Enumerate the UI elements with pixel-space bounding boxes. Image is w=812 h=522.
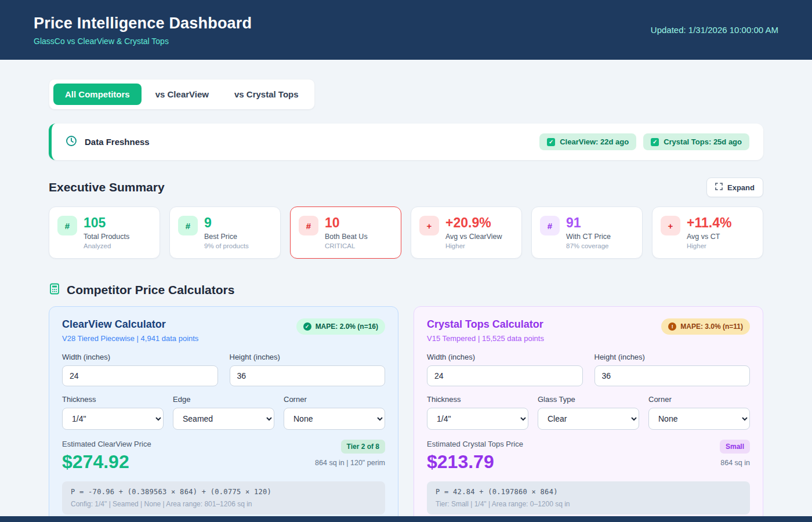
- stat-value: 91: [566, 216, 611, 230]
- hash-icon: #: [178, 216, 198, 235]
- clearview-height-input[interactable]: [230, 365, 386, 386]
- crystal-tops-calculator-card: Crystal Tops Calculator V15 Tempered | 1…: [414, 306, 763, 522]
- next-section-edge: [0, 516, 812, 522]
- clearview-price-value: $274.92: [62, 451, 151, 473]
- data-freshness-card: Data Freshness ✓ ClearView: 22d ago ✓ Cr…: [49, 124, 763, 160]
- tab-vs-crystal-tops[interactable]: vs Crystal Tops: [223, 84, 310, 105]
- crystal-tops-thickness-select[interactable]: 1/4": [427, 408, 528, 430]
- page-subtitle: GlassCo vs ClearView & Crystal Tops: [34, 37, 252, 46]
- hash-icon: #: [299, 216, 318, 235]
- stat-label: Avg vs ClearView: [445, 233, 502, 241]
- crystal-tops-price-label: Estimated Crystal Tops Price: [427, 440, 523, 448]
- clearview-edge-select[interactable]: Seamed: [173, 408, 274, 430]
- freshness-title: Data Freshness: [85, 137, 150, 147]
- plus-icon: +: [661, 216, 680, 235]
- clock-icon: [66, 135, 77, 149]
- stat-sublabel: 9% of products: [204, 242, 249, 249]
- stat-best-price: # 9 Best Price 9% of products: [169, 206, 281, 259]
- crystal-tops-width-input[interactable]: [427, 365, 583, 386]
- corner-label: Corner: [648, 395, 750, 404]
- stat-card-row: # 105 Total Products Analyzed # 9 Best P…: [49, 206, 763, 259]
- stat-value: 10: [325, 216, 368, 230]
- height-label: Height (inches): [230, 353, 386, 361]
- thickness-label: Thickness: [62, 395, 164, 404]
- freshness-badge-clearview-label: ClearView: 22d ago: [560, 137, 629, 146]
- stat-label: Best Price: [204, 233, 249, 241]
- clearview-model-subtitle: V28 Tiered Piecewise | 4,941 data points: [62, 334, 198, 343]
- edge-label: Edge: [173, 395, 274, 404]
- stat-value: +11.4%: [687, 216, 731, 230]
- clearview-config-text: Config: 1/4" | Seamed | None | Area rang…: [71, 500, 376, 508]
- clearview-mape-label: MAPE: 2.0% (n=16): [316, 322, 378, 331]
- corner-label: Corner: [284, 395, 385, 404]
- crystal-tops-formula-box: P = 42.84 + (0.197860 × 864) Tier: Small…: [427, 481, 750, 514]
- crystal-tops-height-input[interactable]: [594, 365, 751, 386]
- width-label: Width (inches): [427, 353, 583, 361]
- page-title: Price Intelligence Dashboard: [34, 14, 252, 32]
- calculator-icon: [49, 283, 60, 297]
- tab-all-competitors[interactable]: All Competitors: [53, 84, 142, 105]
- stat-both-beat-us: # 10 Both Beat Us CRITICAL: [290, 206, 401, 259]
- crystal-tops-glass-type-select[interactable]: Clear: [538, 408, 639, 430]
- warning-circle-icon: !: [668, 322, 676, 331]
- crystal-tops-size-badge: Small: [720, 440, 750, 454]
- competitor-tabs: All Competitors vs ClearView vs Crystal …: [49, 79, 315, 110]
- glass-type-label: Glass Type: [538, 395, 639, 404]
- crystal-tops-corner-select[interactable]: None: [648, 408, 750, 430]
- width-label: Width (inches): [62, 353, 218, 361]
- header-left: Price Intelligence Dashboard GlassCo vs …: [34, 14, 252, 46]
- check-circle-icon: ✓: [303, 322, 311, 331]
- crystal-tops-mape-label: MAPE: 3.0% (n=11): [680, 322, 743, 331]
- freshness-badge-clearview: ✓ ClearView: 22d ago: [539, 133, 636, 150]
- hash-icon: #: [540, 216, 560, 235]
- freshness-badge-crystaltops: ✓ Crystal Tops: 25d ago: [643, 133, 749, 150]
- hash-icon: #: [57, 216, 77, 235]
- stat-sublabel: Analyzed: [84, 242, 129, 249]
- stat-value: 105: [84, 216, 129, 230]
- expand-label: Expand: [727, 183, 755, 192]
- clearview-width-input[interactable]: [62, 365, 218, 386]
- crystal-tops-config-text: Tier: Small | 1/4" | Area range: 0–1200 …: [436, 500, 741, 508]
- expand-icon: [715, 183, 723, 192]
- clearview-mape-badge: ✓ MAPE: 2.0% (n=16): [296, 318, 385, 335]
- stat-sublabel: CRITICAL: [325, 242, 368, 249]
- stat-avg-vs-ct: + +11.4% Avg vs CT Higher: [652, 206, 763, 259]
- stat-sublabel: Higher: [687, 242, 731, 249]
- plus-icon: +: [419, 216, 439, 235]
- main-content: All Competitors vs ClearView vs Crystal …: [49, 60, 763, 522]
- stat-total-products: # 105 Total Products Analyzed: [49, 206, 160, 259]
- expand-button[interactable]: Expand: [706, 177, 763, 197]
- stat-value: 9: [204, 216, 249, 230]
- updated-timestamp: Updated: 1/31/2026 10:00:00 AM: [651, 25, 778, 35]
- thickness-label: Thickness: [427, 395, 528, 404]
- clearview-formula-box: P = -70.96 + (0.389563 × 864) + (0.0775 …: [62, 481, 385, 514]
- freshness-badge-crystaltops-label: Crystal Tops: 25d ago: [664, 137, 742, 146]
- stat-label: Avg vs CT: [687, 233, 731, 241]
- stat-sublabel: Higher: [445, 242, 502, 249]
- section-title-executive-summary: Executive Summary: [49, 180, 165, 194]
- clearview-thickness-select[interactable]: 1/4": [62, 408, 164, 430]
- section-title-calculators: Competitor Price Calculators: [67, 283, 234, 297]
- tab-vs-clearview[interactable]: vs ClearView: [144, 84, 220, 105]
- crystal-tops-dims-text: 864 sq in: [720, 459, 750, 467]
- stat-sublabel: 87% coverage: [566, 242, 611, 249]
- clearview-tier-badge: Tier 2 of 8: [341, 440, 385, 454]
- stat-label: Both Beat Us: [325, 233, 368, 241]
- clearview-dims-text: 864 sq in | 120" perim: [315, 459, 385, 467]
- crystal-tops-price-value: $213.79: [427, 451, 523, 473]
- check-icon: ✓: [651, 138, 659, 146]
- stat-label: Total Products: [84, 233, 129, 241]
- stat-label: With CT Price: [566, 233, 611, 241]
- crystal-tops-calculator-title: Crystal Tops Calculator: [427, 318, 544, 331]
- height-label: Height (inches): [594, 353, 751, 361]
- clearview-formula-text: P = -70.96 + (0.389563 × 864) + (0.0775 …: [71, 488, 376, 496]
- clearview-price-label: Estimated ClearView Price: [62, 440, 151, 448]
- app-header: Price Intelligence Dashboard GlassCo vs …: [0, 0, 812, 60]
- clearview-calculator-title: ClearView Calculator: [62, 318, 198, 331]
- crystal-tops-formula-text: P = 42.84 + (0.197860 × 864): [436, 488, 741, 496]
- crystal-tops-mape-badge: ! MAPE: 3.0% (n=11): [661, 318, 750, 335]
- crystal-tops-model-subtitle: V15 Tempered | 15,525 data points: [427, 334, 544, 343]
- stat-with-ct-price: # 91 With CT Price 87% coverage: [531, 206, 643, 259]
- stat-value: +20.9%: [445, 216, 502, 230]
- clearview-corner-select[interactable]: None: [284, 408, 385, 430]
